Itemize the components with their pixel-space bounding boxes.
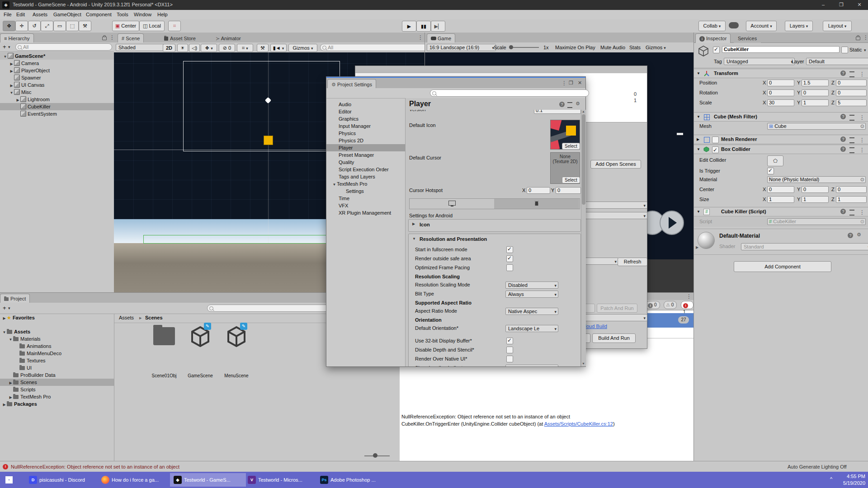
tag-dropdown[interactable]: Untagged [724, 58, 795, 65]
foldout-icon[interactable]: ▼ [697, 207, 700, 216]
tool-settings-button[interactable]: ⚒ [257, 44, 269, 52]
scale-tool-button[interactable]: ⤢ [41, 21, 53, 31]
shader-dropdown[interactable]: Standard [741, 243, 868, 250]
hotspot-x-field[interactable]: 0 [527, 187, 550, 194]
foldout-icon[interactable]: ▼ [412, 237, 416, 241]
object-picker-icon[interactable]: ⊙ [860, 177, 864, 183]
menu-dots-icon[interactable] [561, 80, 567, 86]
close-button[interactable]: ✕ [853, 2, 866, 8]
info-filter-button[interactable]: !0 [646, 301, 660, 309]
icon-size-slider-knob[interactable] [373, 453, 377, 458]
foldout-icon[interactable]: ▼ [697, 145, 700, 154]
stats-button[interactable]: Stats [629, 45, 641, 50]
menu-dots-icon[interactable] [859, 146, 865, 155]
project-tree-mainmenudeco[interactable]: MainMenuDeco [0, 350, 114, 357]
edit-collider-button[interactable]: ⬠ [767, 155, 783, 166]
audio-toggle-button[interactable]: ◁) [189, 44, 200, 52]
tab-hierarchy[interactable]: ≡ Hierarchy [0, 33, 34, 43]
tray-chevron-icon[interactable]: ^ [830, 476, 832, 482]
default-icon-select-button[interactable]: Select [562, 143, 580, 150]
gameobject-name-field[interactable]: CubeKiller [722, 46, 840, 53]
foldout-icon[interactable]: ▶ [696, 245, 698, 249]
preset-icon[interactable] [849, 71, 854, 77]
help-icon[interactable]: ? [840, 70, 846, 76]
hierarchy-item-misc[interactable]: ▼Misc [0, 89, 114, 96]
maximize-button[interactable]: ❐ [835, 2, 848, 8]
tab-scene[interactable]: # Scene [118, 33, 144, 43]
scale-y-field[interactable]: 1 [802, 99, 829, 106]
effects-dropdown[interactable]: ❖ [201, 44, 217, 52]
chevron-down-icon[interactable] [8, 44, 10, 49]
ps-category-editor[interactable]: Editor [326, 108, 405, 115]
center-x-field[interactable]: 0 [767, 186, 794, 193]
show-loading-indicator-dropdown[interactable]: Don't Show [505, 365, 558, 366]
tab-asset-store[interactable]: Asset Store [160, 33, 200, 43]
asset-item-menuscene[interactable]: ✎ MenuScene [222, 326, 251, 380]
hierarchy-item-playerobject[interactable]: ▶PlayerObject [0, 67, 114, 74]
project-tree-animations[interactable]: Animations [0, 343, 114, 350]
blit-type-dropdown[interactable]: Always [505, 291, 558, 298]
preset-icon[interactable] [567, 102, 572, 108]
create-plus-button[interactable]: + [3, 305, 6, 311]
hierarchy-item-eventsystem[interactable]: EventSystem [0, 110, 114, 117]
shading-mode-dropdown[interactable]: Shaded [116, 44, 167, 51]
checkbox[interactable] [506, 347, 513, 353]
project-search-input[interactable] [207, 305, 329, 312]
ps-category-input-manager[interactable]: Input Manager [326, 122, 405, 130]
ps-category-script-execution-order[interactable]: Script Execution Order [326, 166, 405, 173]
tab-inspector[interactable]: i Inspector [695, 33, 731, 43]
scale-slider-knob[interactable] [509, 45, 513, 49]
move-tool-button[interactable]: ✛ [15, 21, 28, 31]
project-tree-probuilder[interactable]: ProBuilder Data [0, 371, 114, 379]
help-icon[interactable]: ? [840, 136, 846, 142]
menu-dots-icon[interactable] [418, 34, 423, 41]
layout-dropdown[interactable]: Layout [823, 21, 852, 31]
rotation-z-field[interactable]: 0 [836, 89, 867, 96]
stack-trace-link[interactable]: Assets/Scripts/CubeKiller.cs:12 [544, 421, 613, 427]
aspect-ratio-dropdown[interactable]: 16:9 Landscape (16:9) [427, 44, 496, 51]
position-z-field[interactable]: 0 [836, 80, 867, 86]
resolution-scaling-mode-dropdown[interactable]: Disabled [505, 282, 558, 289]
project-tree-scripts[interactable]: Scripts [0, 386, 114, 393]
center-y-field[interactable]: 0 [802, 186, 829, 193]
mesh-object-field[interactable]: ⊞ Cube⊙ [767, 123, 866, 130]
taskbar-app-discord[interactable]: D pisicasushi - Discord [25, 473, 99, 487]
ps-category-graphics[interactable]: Graphics [326, 115, 405, 122]
project-tree-scenes[interactable]: ▶Scenes [0, 379, 114, 386]
taskbar-app-visualstudio[interactable]: V Testworld - Micros... [244, 473, 318, 487]
tab-project[interactable]: Project [0, 294, 30, 303]
lock-icon[interactable] [102, 37, 107, 40]
project-tree-assets[interactable]: ▼Assets [0, 328, 114, 335]
scene-search-input[interactable]: All [320, 44, 428, 51]
ps-category-physics2d[interactable]: Physics 2D [326, 137, 405, 144]
icon-section-box[interactable]: ▶ Icon [408, 219, 581, 232]
static-checkbox[interactable] [841, 47, 848, 53]
project-tree-ui[interactable]: UI [0, 364, 114, 371]
project-tree-textures[interactable]: Textures [0, 357, 114, 364]
ps-scrollbar-thumb[interactable] [582, 114, 585, 205]
warning-filter-button[interactable]: ⚠ 0 [664, 301, 677, 309]
menu-window[interactable]: Window [134, 12, 151, 17]
asset-item-folder[interactable]: Scene01Obj [150, 326, 179, 380]
help-icon[interactable]: ? [840, 209, 846, 214]
tab-services[interactable]: Services [734, 33, 761, 43]
menu-file[interactable]: File [4, 12, 12, 17]
custom-tool-button[interactable]: ⚒ [79, 21, 91, 31]
foldout-icon[interactable]: ▶ [2, 401, 7, 408]
ps-category-vfx[interactable]: VFX [326, 202, 405, 209]
is-trigger-checkbox[interactable] [767, 168, 774, 174]
active-checkbox[interactable] [713, 47, 720, 53]
taskbar-app-firefox[interactable]: How do i force a ga... [98, 473, 172, 487]
menu-help[interactable]: Help [157, 12, 168, 17]
ps-category-xr-plugin[interactable]: XR Plugin Management [326, 209, 405, 216]
maximize-on-play-button[interactable]: Maximize On Play [555, 45, 595, 50]
pivot-center-button[interactable]: ▣ Center [112, 21, 139, 31]
hidden-objects-button[interactable]: ⊘ 0 [219, 44, 235, 52]
ps-category-textmesh-pro[interactable]: ▼TextMesh Pro [326, 180, 405, 188]
mesh-renderer-header[interactable]: ▶ Mesh Renderer ? [694, 135, 868, 144]
lighting-toggle-button[interactable]: ☀ [177, 44, 188, 52]
script-object-field[interactable]: # CubeKiller⊙ [767, 218, 866, 225]
foldout-icon[interactable]: ▶ [697, 135, 699, 144]
grid-snap-button[interactable]: ⌗ [168, 21, 181, 31]
rotate-tool-button[interactable]: ↺ [28, 21, 41, 31]
